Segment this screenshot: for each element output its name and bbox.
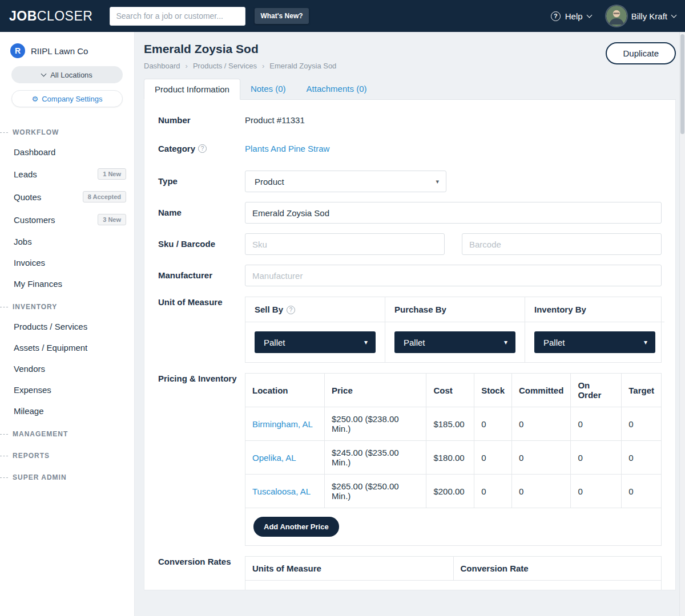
add-another-price-button[interactable]: Add Another Price [253,517,339,537]
section-label: REPORTS [13,452,50,460]
tab-attachments[interactable]: Attachments (0) [296,79,377,99]
name-label: Name [158,202,245,224]
inventory-by-select[interactable]: Pallet ▾ [534,331,655,353]
conversion-header-row: Units of Measure Conversion Rate [245,557,661,581]
price-cell: $250.00 ($238.00 Min.) [325,407,426,441]
conversion-empty-message: No conversion rates are defined yet. Cli… [245,581,661,591]
nav-section-reports[interactable]: REPORTS [0,443,134,465]
tab-product-information[interactable]: Product Information [144,79,240,100]
name-row: Name [158,202,662,224]
nav-section-inventory[interactable]: INVENTORY [0,294,134,316]
barcode-input[interactable] [462,233,662,255]
name-input[interactable] [245,202,662,224]
sidebar-item-quotes[interactable]: Quotes8 Accepted [0,185,134,208]
conversion-table: Units of Measure Conversion Rate No conv… [245,557,661,590]
page-title: Emerald Zoysia Sod [144,42,336,56]
section-dash-icon [0,434,8,435]
sidebar-item-expenses[interactable]: Expenses [0,379,134,400]
chevron-right-icon: › [262,62,264,70]
logo-text-light: CLOSER [37,9,93,23]
unit-of-measure-label: Unit of Measure [158,297,245,363]
type-selected-value: Product [255,177,284,187]
stock-cell: 0 [474,441,512,475]
section-label: SUPER ADMIN [13,473,67,481]
category-link[interactable]: Plants And Pine Straw [245,144,329,153]
sidebar-item-leads[interactable]: Leads1 New [0,163,134,185]
tab-notes[interactable]: Notes (0) [240,79,296,99]
breadcrumb: Dashboard › Products / Services › Emeral… [144,62,336,70]
purchase-by-select[interactable]: Pallet ▾ [394,331,515,353]
caret-down-icon: ▾ [644,338,647,346]
col-committed: Committed [512,374,571,407]
col-cost: Cost [426,374,474,407]
sidebar-item-invoices[interactable]: Invoices [0,252,134,273]
help-menu[interactable]: ? Help [551,11,591,21]
conversion-empty-row: No conversion rates are defined yet. Cli… [245,581,661,591]
on-order-cell: 0 [571,441,622,475]
pricing-table-box: Location Price Cost Stock Committed On O… [245,373,662,546]
manufacturer-label: Manufacturer [158,265,245,286]
number-row: Number Product #11331 [158,115,662,126]
sidebar-item-customers[interactable]: Customers3 New [0,208,134,231]
sell-by-value: Pallet [264,338,285,347]
sell-by-select[interactable]: Pallet ▾ [255,331,376,353]
help-icon[interactable]: ? [287,306,295,314]
logo-text-bold: JOB [9,9,37,23]
sidebar-item-mileage[interactable]: Mileage [0,400,134,422]
locations-dropdown[interactable]: All Locations [11,66,123,83]
sidebar-item-my-finances[interactable]: My Finances [0,273,134,294]
avatar-image [606,6,627,26]
nav-item-label: Invoices [14,258,45,268]
target-cell: 0 [622,441,661,475]
global-search-input[interactable] [110,7,245,26]
committed-cell: 0 [512,407,571,441]
sell-by-header: Sell By [255,305,283,314]
customers-badge: 3 New [98,214,126,225]
leads-badge: 1 New [98,168,126,180]
col-stock: Stock [474,374,512,407]
manufacturer-input[interactable] [245,265,662,286]
sidebar-item-vendors[interactable]: Vendors [0,358,134,379]
type-select[interactable]: Product ▾ [245,171,446,192]
sidebar-item-assets-equipment[interactable]: Assets / Equipment [0,337,134,358]
chevron-down-icon [41,71,47,76]
sidebar-item-dashboard[interactable]: Dashboard [0,141,134,163]
stock-cell: 0 [474,407,512,441]
col-price: Price [325,374,426,407]
location-link[interactable]: Opelika, AL [245,441,325,475]
breadcrumb-products-services[interactable]: Products / Services [193,62,257,70]
user-name: Billy Kraft [631,11,667,21]
section-label: INVENTORY [13,303,57,311]
scrollbar[interactable] [679,32,685,616]
help-icon[interactable]: ? [198,144,207,153]
scrollbar-thumb[interactable] [680,34,684,134]
sidebar-item-jobs[interactable]: Jobs [0,231,134,252]
nav-section-super-admin[interactable]: SUPER ADMIN [0,465,134,487]
pricing-row-opelika: Opelika, AL $245.00 ($235.00 Min.) $180.… [245,441,661,475]
price-cell: $245.00 ($235.00 Min.) [325,441,426,475]
location-link[interactable]: Birmingham, AL [245,407,325,441]
unit-of-measure-row: Unit of Measure Sell By? Pallet ▾ [158,297,662,363]
col-units-of-measure: Units of Measure [245,557,453,581]
duplicate-button[interactable]: Duplicate [606,42,676,64]
conversion-table-box: Units of Measure Conversion Rate No conv… [245,556,662,590]
manufacturer-row: Manufacturer [158,265,662,286]
sku-input[interactable] [245,233,445,255]
breadcrumb-current: Emerald Zoysia Sod [269,62,336,70]
breadcrumb-dashboard[interactable]: Dashboard [144,62,180,70]
location-link[interactable]: Tuscaloosa, AL [245,475,325,508]
whats-new-button[interactable]: What's New? [255,8,308,24]
unit-of-measure-table: Sell By? Pallet ▾ Purchase By [245,297,662,363]
nav-section-workflow[interactable]: WORKFLOW [0,120,134,141]
user-menu[interactable]: Billy Kraft [606,6,676,26]
sidebar: R RIIPL Lawn Co All Locations ⚙ Company … [0,32,135,616]
company-logo: R [10,43,25,58]
company-header: R RIIPL Lawn Co [0,43,134,58]
sidebar-item-products-services[interactable]: Products / Services [0,316,134,337]
nav-item-label: Jobs [14,237,32,246]
company-settings-button[interactable]: ⚙ Company Settings [11,90,123,107]
nav-item-label: Leads [14,169,37,179]
tab-bar: Product Information Notes (0) Attachment… [144,79,676,100]
conversion-rates-label: Conversion Rates [158,556,245,590]
nav-section-management[interactable]: MANAGEMENT [0,422,134,443]
